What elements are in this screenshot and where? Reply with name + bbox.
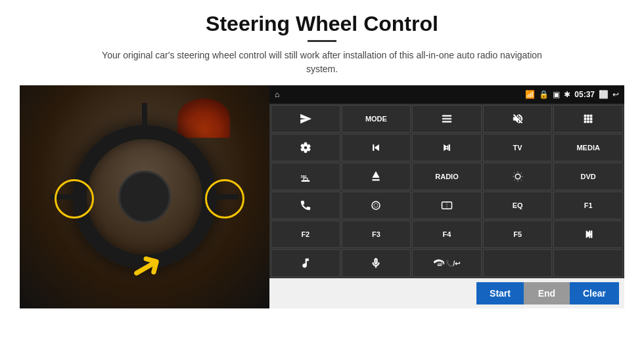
mic-button[interactable]: [342, 249, 411, 277]
status-time: 05:37: [574, 90, 595, 99]
status-bar: ⌂ 📶 🔒 ▣ ✱ 05:37 ⬜ ↩: [269, 85, 624, 104]
hangup-button[interactable]: 📞/↩: [412, 249, 482, 277]
status-bar-right: 📶 🔒 ▣ ✱ 05:37 ⬜ ↩: [525, 90, 619, 99]
f4-button[interactable]: F4: [412, 220, 482, 248]
screen-icon: ⬜: [599, 90, 609, 99]
clear-button[interactable]: Clear: [570, 282, 619, 304]
page-container: Steering Wheel Control Your original car…: [0, 0, 644, 357]
status-bar-left: ⌂: [275, 90, 279, 99]
music-button[interactable]: [271, 249, 340, 277]
next-button[interactable]: [412, 134, 482, 161]
wifi-icon: 📶: [525, 90, 535, 99]
page-subtitle: Your original car's steering wheel contr…: [92, 49, 552, 76]
cam360-button[interactable]: 360: [271, 163, 340, 190]
start-button[interactable]: Start: [476, 282, 524, 304]
list-button[interactable]: [412, 105, 482, 133]
svg-rect-4: [442, 202, 451, 209]
highlight-circle-right: [205, 179, 244, 219]
prev-button[interactable]: [342, 134, 411, 161]
back-icon: ↩: [612, 90, 619, 99]
radio-button[interactable]: RADIO: [412, 163, 482, 190]
mode-button[interactable]: MODE: [342, 105, 411, 133]
dashboard-gauge: [177, 98, 230, 138]
svg-point-2: [515, 174, 520, 179]
media-button[interactable]: MEDIA: [553, 134, 623, 161]
end-button[interactable]: End: [524, 282, 570, 304]
mute-button[interactable]: [483, 105, 553, 133]
f2-button[interactable]: F2: [271, 220, 340, 248]
empty-2: [553, 249, 623, 277]
eq-button[interactable]: EQ: [483, 192, 553, 219]
steering-wheel-bg: ➜: [20, 85, 269, 308]
eject-button[interactable]: [342, 163, 411, 190]
tv-button[interactable]: TV: [483, 134, 553, 161]
lock-icon: 🔒: [539, 90, 549, 99]
f1-button[interactable]: F1: [553, 192, 623, 219]
spoke-top: [142, 103, 147, 139]
button-grid: MODE TV: [269, 104, 624, 278]
content-row: ➜ ⌂ 📶 🔒 ▣ ✱ 05:37 ⬜ ↩: [20, 85, 624, 308]
brightness-button[interactable]: [483, 163, 553, 190]
phone-button[interactable]: [271, 192, 340, 219]
f3-button[interactable]: F3: [342, 220, 411, 248]
control-panel: ⌂ 📶 🔒 ▣ ✱ 05:37 ⬜ ↩ MODE: [269, 85, 624, 308]
steering-wheel-inner: [118, 171, 171, 223]
swipe-button[interactable]: [342, 192, 411, 219]
settings-button[interactable]: [271, 134, 340, 161]
apps-button[interactable]: [553, 105, 623, 133]
send-button[interactable]: [271, 105, 340, 133]
highlight-circle-left: [55, 179, 94, 219]
page-title: Steering Wheel Control: [206, 12, 438, 36]
f5-button[interactable]: F5: [483, 220, 553, 248]
svg-point-3: [372, 201, 380, 209]
title-divider: [308, 40, 336, 42]
sd-icon: ▣: [553, 90, 560, 99]
mirror-button[interactable]: [412, 192, 482, 219]
svg-rect-1: [304, 178, 308, 180]
empty-1: [483, 249, 553, 277]
playpause-button[interactable]: [553, 220, 623, 248]
steering-wheel-image: ➜: [20, 85, 269, 308]
svg-text:360: 360: [300, 175, 306, 178]
home-icon: ⌂: [275, 90, 279, 99]
dvd-button[interactable]: DVD: [553, 163, 623, 190]
bottom-action-bar: Start End Clear: [269, 278, 624, 308]
bt-icon: ✱: [564, 90, 570, 99]
